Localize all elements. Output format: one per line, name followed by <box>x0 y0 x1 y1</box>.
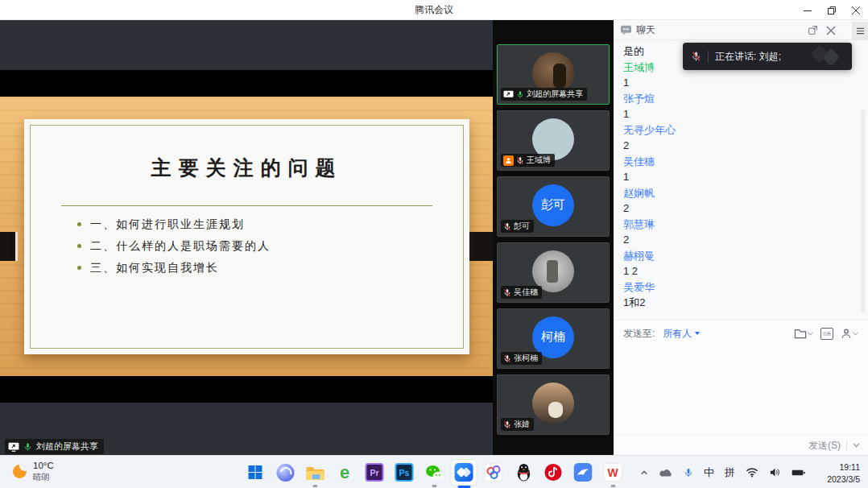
slide-deco-left <box>0 232 18 261</box>
premiere-icon: Pr <box>366 463 384 482</box>
wps-icon: W <box>604 463 622 482</box>
green-e-icon: e <box>340 464 349 482</box>
wechat-icon <box>424 464 444 482</box>
chat-bubble-icon <box>620 25 632 35</box>
minimize-button[interactable] <box>796 0 820 20</box>
windows-taskbar: 10°C 晴朗 e Pr Ps <box>0 455 868 488</box>
chat-message-list[interactable]: 是的 王域博 1 张予煊 1 无寻少年心 2 吴佳穗 1 <box>614 40 868 320</box>
message-text: 1 2 <box>623 263 858 279</box>
photoshop-app[interactable]: Ps <box>390 456 420 488</box>
sender-name: 赵娴帆 <box>623 185 858 201</box>
chat-title: 聊天 <box>636 23 655 37</box>
folder-icon <box>794 328 807 339</box>
participant-label: 张婧 <box>501 418 534 431</box>
battery-icon[interactable] <box>792 468 805 478</box>
speaking-toast-text: 正在讲话: 刘超; <box>715 50 781 64</box>
send-divider <box>846 440 847 451</box>
chat-message: 吴佳穗 1 <box>623 154 858 184</box>
weather-widget[interactable]: 10°C 晴朗 <box>13 460 54 483</box>
panel-menu-handle[interactable] <box>852 22 868 39</box>
browser-swirl-app[interactable] <box>271 456 300 488</box>
participant-label: 王域博 <box>501 154 555 167</box>
chat-scrollbar[interactable] <box>861 109 865 312</box>
announcement-button[interactable]: 公告 <box>820 328 833 340</box>
netease-music-app[interactable] <box>539 456 568 488</box>
chat-input[interactable] <box>614 346 868 435</box>
minimize-icon <box>804 6 812 14</box>
qq-app[interactable] <box>509 456 539 488</box>
send-button[interactable]: 发送(S) <box>808 439 841 453</box>
cloud-tray-icon[interactable] <box>659 468 673 478</box>
member-filter-button[interactable] <box>841 328 858 339</box>
participant-tile-wujiasui[interactable]: 吴佳穗 <box>497 242 610 303</box>
start-button[interactable] <box>241 456 271 488</box>
chat-message: 赫栩曼 1 2 <box>623 248 858 279</box>
premiere-app[interactable]: Pr <box>360 456 390 488</box>
sender-name: 吴爱华 <box>623 279 858 295</box>
chat-tool-icons: 公告 <box>794 328 858 340</box>
toast-divider <box>708 51 709 63</box>
send-options-chevron-icon[interactable] <box>853 443 860 448</box>
meeting-body: 主要关注的问题 一、如何进行职业生涯规划 二、什么样的人是职场需要的人 三、如何… <box>0 20 868 455</box>
participant-name: 张柯楠 <box>514 353 538 364</box>
mic-muted-icon <box>516 156 524 165</box>
participant-tile-zhangkenan[interactable]: 柯楠 张柯楠 <box>497 308 610 369</box>
windows-icon <box>248 465 262 480</box>
speaker-icon[interactable] <box>769 467 781 478</box>
message-text: 1和2 <box>623 295 858 310</box>
message-text: 1 <box>623 106 858 122</box>
letterbox-bottom <box>0 376 493 403</box>
participant-tile-pengke[interactable]: 彭可 彭可 <box>497 176 610 237</box>
slide-bullet: 三、如何实现自我增长 <box>72 261 463 275</box>
participant-strip[interactable]: 刘超的屏幕共享 王域博 彭可 彭可 <box>493 20 614 455</box>
send-to-dropdown[interactable]: 所有人 <box>663 327 701 341</box>
taskbar-clock[interactable]: 19:11 2023/3/5 <box>827 461 860 485</box>
wifi-icon[interactable] <box>746 467 758 478</box>
tencent-meeting-app-active[interactable] <box>449 456 479 488</box>
ime-pinyin-indicator[interactable]: 拼 <box>725 465 735 480</box>
close-icon <box>852 6 860 14</box>
tray-expand-icon[interactable] <box>639 469 649 477</box>
chat-close-icon[interactable] <box>826 26 836 35</box>
chat-message: 赵娴帆 2 <box>623 185 858 216</box>
active-app-frame <box>451 459 477 486</box>
photoshop-icon: Ps <box>395 463 414 482</box>
slide-border: 主要关注的问题 一、如何进行职业生涯规划 二、什么样的人是职场需要的人 三、如何… <box>30 125 464 349</box>
chat-message: 张予煊 1 <box>623 91 858 122</box>
ie-browser-app[interactable]: e <box>330 456 360 488</box>
mic-muted-icon <box>691 51 701 62</box>
ime-language-indicator[interactable]: 中 <box>704 465 714 480</box>
swirl-browser-icon <box>276 464 294 482</box>
mic-muted-icon <box>503 222 511 231</box>
netease-music-icon <box>544 463 563 482</box>
participant-name: 刘超的屏幕共享 <box>527 89 583 100</box>
weather-temp: 10°C <box>33 460 54 472</box>
avatar: 彭可 <box>532 184 574 225</box>
wechat-app[interactable] <box>420 456 449 488</box>
message-text: 2 <box>623 138 858 153</box>
chat-message: 郭慧琳 2 <box>623 217 858 247</box>
file-button[interactable] <box>794 328 813 339</box>
clock-time: 19:11 <box>827 461 860 474</box>
message-text: 2 <box>623 201 858 216</box>
participant-tile-liuchao-share[interactable]: 刘超的屏幕共享 <box>497 44 610 105</box>
participant-tile-wangyubo[interactable]: 王域博 <box>497 110 610 171</box>
xunlei-app[interactable] <box>568 456 598 488</box>
presentation-background: 主要关注的问题 一、如何进行职业生涯规划 二、什么样的人是职场需要的人 三、如何… <box>0 97 493 376</box>
file-explorer-app[interactable] <box>300 456 330 488</box>
participant-name: 张婧 <box>514 419 530 430</box>
close-button[interactable] <box>844 0 868 20</box>
running-indicator <box>312 485 317 487</box>
popout-icon[interactable] <box>808 25 818 35</box>
window-controls <box>796 0 868 20</box>
rings-app[interactable] <box>479 456 509 488</box>
tencent-meeting-window: 腾讯会议 主要关注的问题 <box>0 0 868 488</box>
restore-button[interactable] <box>820 0 844 20</box>
three-rings-icon <box>485 463 503 482</box>
mic-tray-icon[interactable] <box>684 467 693 478</box>
clear-night-icon <box>13 465 27 478</box>
participant-tile-zhangjing[interactable]: 张婧 <box>497 374 610 435</box>
member-badge-icon <box>503 155 514 166</box>
tencent-meeting-logo-watermark <box>813 48 845 65</box>
wps-app[interactable]: W <box>598 456 628 488</box>
